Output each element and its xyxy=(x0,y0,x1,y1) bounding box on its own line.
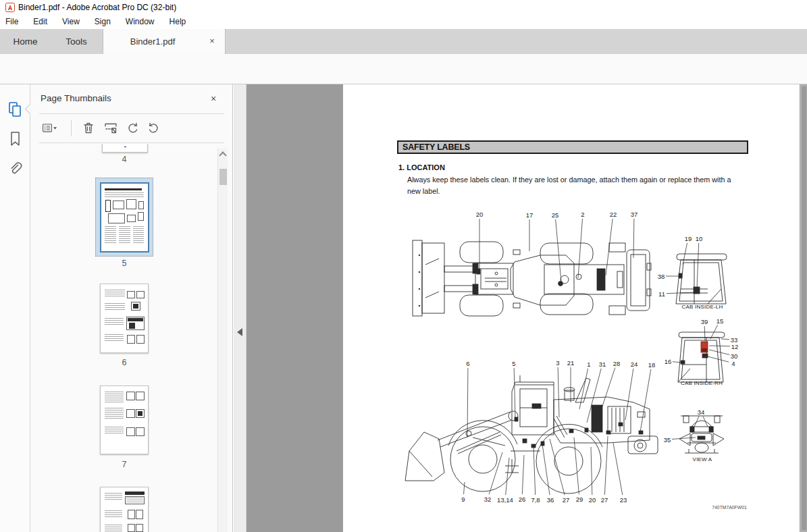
tab-tools[interactable]: Tools xyxy=(51,29,102,54)
thumbnail-label-5: 5 xyxy=(95,259,153,268)
callout-leader-line xyxy=(550,439,565,495)
callout-number: 27 xyxy=(601,496,608,504)
callout-leader-line xyxy=(533,447,536,495)
callout-number: 1 xyxy=(587,361,590,368)
callout-number: 28 xyxy=(613,360,621,367)
callout-leader-line xyxy=(697,243,699,288)
callout-leader-line xyxy=(613,443,623,495)
menu-help[interactable]: Help xyxy=(162,15,194,29)
caption-cab-inside-lh: CAB INSIDE-LH xyxy=(682,304,723,310)
callout-number: 37 xyxy=(631,211,638,218)
document-scrollbar[interactable] xyxy=(800,84,807,532)
thumbnail-page-8[interactable] xyxy=(100,487,149,532)
callout-number: 24 xyxy=(631,361,638,368)
safety-labels-diagram: 2017252223719103811391533123041634356532… xyxy=(343,84,800,532)
callout-leader-line xyxy=(672,437,696,440)
thumbnails-scrollbar[interactable] xyxy=(217,149,228,532)
thumbnail-label-7: 7 xyxy=(95,460,153,469)
thumbnail-label-4: 4 xyxy=(95,155,153,164)
callout-number: 20 xyxy=(589,496,596,504)
callout-number: 21 xyxy=(567,359,575,367)
callout-leader-line xyxy=(489,452,502,494)
callout-leader-line xyxy=(633,219,634,258)
callout-number: 31 xyxy=(599,361,606,368)
figure-code: 740TM7A0FW01 xyxy=(712,505,746,510)
menu-view[interactable]: View xyxy=(55,15,87,29)
callout-number: 6 xyxy=(466,360,469,367)
callout-number: 17 xyxy=(526,211,533,219)
page-thumbnails-panel-icon[interactable] xyxy=(7,101,23,119)
callout-number: 15 xyxy=(717,317,724,325)
callout-number: 34 xyxy=(698,408,705,416)
rotate-counterclockwise-icon[interactable] xyxy=(125,120,141,136)
thumbnail-page-6[interactable] xyxy=(100,284,149,353)
main-toolbar: / 157 75% xyxy=(0,54,807,84)
callout-number: 9 xyxy=(461,496,465,503)
callout-number: 27 xyxy=(563,496,570,504)
document-area: SAFETY LABELS 1. LOCATION Always keep th… xyxy=(246,84,807,532)
thumbnail-page-5[interactable] xyxy=(100,182,149,252)
callout-leader-line xyxy=(558,367,559,417)
menu-edit[interactable]: Edit xyxy=(26,15,55,29)
rotate-clockwise-icon[interactable] xyxy=(145,120,161,136)
callout-number: 10 xyxy=(696,235,703,242)
callout-leader-line xyxy=(709,346,730,346)
tab-bar: Home Tools Binder1.pdf × xyxy=(0,29,807,54)
menu-file[interactable]: File xyxy=(0,15,26,29)
callout-leader-line xyxy=(709,350,729,354)
tab-home[interactable]: Home xyxy=(0,29,51,54)
menu-sign[interactable]: Sign xyxy=(87,15,118,29)
extract-pages-icon[interactable] xyxy=(103,120,119,136)
loader-side-view-art xyxy=(405,375,658,494)
thumbnail-options-icon[interactable] xyxy=(41,120,57,136)
caption-view-a: VIEW A xyxy=(693,456,712,462)
scrollbar-thumb[interactable] xyxy=(219,169,227,185)
delete-pages-icon[interactable] xyxy=(80,120,97,136)
thumbnail-page-5-selected[interactable] xyxy=(95,178,153,257)
callout-number: 5 xyxy=(512,360,515,367)
thumbnail-label-6: 6 xyxy=(95,358,153,367)
left-rail xyxy=(0,84,30,532)
bookmarks-panel-icon[interactable] xyxy=(7,130,23,148)
callout-number: 38 xyxy=(658,273,665,280)
callout-number: 39 xyxy=(701,318,708,325)
callout-leader-line xyxy=(625,369,633,420)
panel-toolbar-divider xyxy=(71,120,72,136)
thumbnail-page-4[interactable] xyxy=(102,144,148,153)
callout-number: 3 xyxy=(556,359,559,367)
callout-number: 19 xyxy=(685,235,692,242)
document-tab-label: Binder1.pdf xyxy=(103,29,202,54)
scrollbar-up-arrow-icon[interactable] xyxy=(219,151,226,159)
loader-top-view-art xyxy=(413,240,651,316)
title-bar: Binder1.pdf - Adobe Acrobat Pro DC (32-b… xyxy=(0,0,807,15)
callout-number: 7,8 xyxy=(531,496,540,504)
document-scrollbar-thumb[interactable] xyxy=(802,86,806,530)
callout-leader-line xyxy=(542,444,550,495)
callout-leader-line xyxy=(506,458,509,495)
collapse-panel-icon[interactable] xyxy=(237,328,242,336)
callout-leader-line xyxy=(606,219,613,275)
callout-leader-line xyxy=(721,339,729,340)
callout-leader-line xyxy=(640,369,651,432)
thumbnail-page-7[interactable] xyxy=(100,385,149,454)
callout-number: 32 xyxy=(484,496,492,503)
tab-document[interactable]: Binder1.pdf × xyxy=(103,29,226,54)
document-tab-close-icon[interactable]: × xyxy=(205,29,219,54)
callout-number: 12 xyxy=(731,343,739,350)
cab-inside-rh-art xyxy=(678,332,725,382)
panel-separator xyxy=(39,142,224,143)
attachments-panel-icon[interactable] xyxy=(7,161,23,178)
panel-close-icon[interactable]: × xyxy=(206,91,221,106)
menu-window[interactable]: Window xyxy=(118,15,162,29)
callout-leader-line xyxy=(703,416,708,427)
caption-cab-inside-rh: CAB INSIDE-RH xyxy=(681,380,723,386)
callout-number: 22 xyxy=(610,211,617,218)
callout-number: 4 xyxy=(731,360,735,367)
callout-number: 13,14 xyxy=(497,496,513,504)
panel-separator xyxy=(39,113,224,114)
panel-collapse-strip[interactable] xyxy=(234,84,246,532)
panel-title: Page Thumbnails xyxy=(41,93,111,103)
callout-leader-line xyxy=(464,482,465,494)
callout-number: 2 xyxy=(581,211,584,218)
menu-bar: File Edit View Sign Window Help xyxy=(0,15,807,29)
